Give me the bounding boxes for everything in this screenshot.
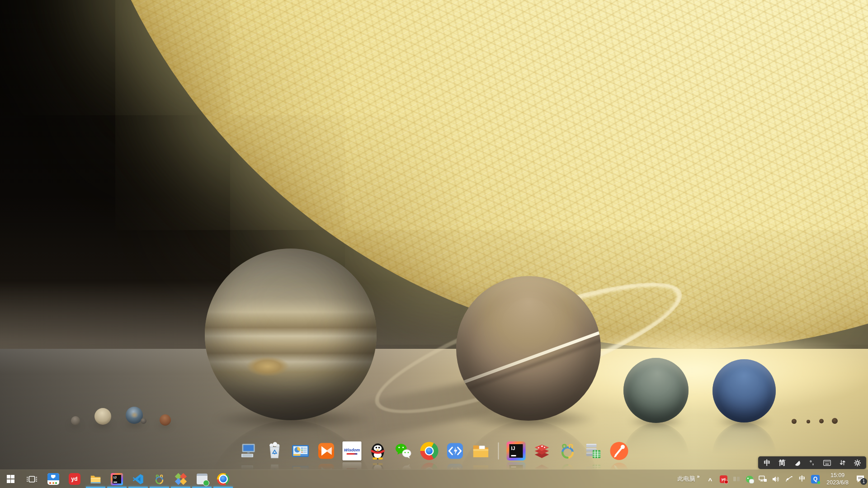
wechat-icon xyxy=(394,441,413,460)
dwarf-planet xyxy=(807,420,810,423)
speaker-icon xyxy=(772,476,780,483)
task-view-icon xyxy=(26,473,38,485)
taskbar-devtools-window[interactable] xyxy=(191,470,212,488)
dock-qq[interactable] xyxy=(368,441,388,461)
running-indicator xyxy=(150,487,169,488)
taskbar-youdao[interactable]: yd xyxy=(64,470,85,488)
start-button[interactable] xyxy=(0,470,21,488)
jupiter xyxy=(205,249,377,420)
taskbar-wps[interactable] xyxy=(170,470,191,488)
dock-wechat-devtools[interactable] xyxy=(445,441,465,461)
this-pc-toolbar[interactable]: 此电脑 » xyxy=(673,470,704,488)
ime-switch-icon[interactable] xyxy=(839,458,846,467)
intellij-idea-icon: IJ xyxy=(507,441,526,460)
pinwheel-app-icon xyxy=(175,473,187,485)
notification-badge: 1 xyxy=(860,478,867,485)
dock-dashboard-app[interactable] xyxy=(291,441,311,461)
dock-database-tool[interactable] xyxy=(584,441,604,461)
dwarf-planet xyxy=(819,419,824,423)
neptune xyxy=(712,359,776,422)
desktop: Wisdom xyxy=(0,0,868,488)
dock-redis[interactable] xyxy=(532,441,552,461)
dashboard-icon xyxy=(291,441,310,460)
ime-chinese-mode[interactable]: 中 xyxy=(764,458,771,467)
redis-icon xyxy=(533,441,552,460)
wisdom-label: Wisdom xyxy=(344,448,360,452)
dock-navicat[interactable] xyxy=(558,441,578,461)
dock-postman[interactable] xyxy=(609,441,629,461)
action-center-button[interactable]: 1 xyxy=(853,470,868,488)
moon xyxy=(141,418,146,424)
mars xyxy=(160,414,171,426)
taskbar-clock[interactable]: 15:09 2023/6/8 xyxy=(822,472,853,487)
taskbar-file-explorer[interactable] xyxy=(85,470,106,488)
taskbar-cloud-app[interactable] xyxy=(42,470,64,488)
wisdom-accent xyxy=(347,453,358,455)
this-pc-icon xyxy=(240,441,259,460)
running-indicator xyxy=(213,487,233,488)
ime-settings-gear-icon[interactable] xyxy=(854,458,861,467)
taskbar-vscode[interactable] xyxy=(127,470,149,488)
ime-halfwidth-moon-icon[interactable] xyxy=(793,458,801,467)
dock-recycle-bin[interactable] xyxy=(265,441,285,461)
dock-media-app[interactable] xyxy=(316,441,336,461)
ime-toolbar: 中 简 °, xyxy=(758,456,866,469)
postman-icon xyxy=(610,442,628,460)
task-view-button[interactable] xyxy=(21,470,42,488)
system-tray: 此电脑 » ^ yd xyxy=(673,470,868,488)
wechat-tray-icon xyxy=(746,476,753,483)
dock-wisdom-app[interactable]: Wisdom xyxy=(342,441,362,461)
taskbar: yd IJ xyxy=(0,469,868,488)
windows-logo-icon xyxy=(7,475,15,483)
running-indicator xyxy=(128,487,148,488)
tray-wechat[interactable] xyxy=(745,474,754,483)
database-icon xyxy=(584,441,603,460)
hidden-icons-chevron[interactable]: ^ xyxy=(704,477,717,484)
venus xyxy=(94,408,111,425)
media-app-icon xyxy=(317,441,336,460)
clock-date: 2023/6/8 xyxy=(826,479,849,486)
file-explorer-icon xyxy=(90,473,102,485)
dock-folder[interactable] xyxy=(471,441,491,461)
chrome-icon xyxy=(217,473,229,485)
tray-windows-ink[interactable] xyxy=(784,474,793,483)
dock-wechat[interactable] xyxy=(394,441,414,461)
dock-chrome[interactable] xyxy=(420,441,439,461)
tray-network[interactable] xyxy=(758,474,767,483)
faded-app-icon xyxy=(733,476,740,482)
tray-q-app[interactable]: Q xyxy=(811,474,820,483)
wechat-devtools-icon xyxy=(446,441,465,460)
window-chat-icon xyxy=(197,474,208,484)
tray-icons: yd xyxy=(716,474,822,483)
dwarf-planet xyxy=(792,419,797,424)
running-indicator xyxy=(86,487,105,488)
dock-this-pc[interactable] xyxy=(239,441,259,461)
vscode-icon xyxy=(132,473,144,485)
chrome-icon xyxy=(420,442,439,460)
navicat-icon xyxy=(558,441,577,460)
dock-intellij-idea[interactable]: IJ xyxy=(506,441,526,461)
ime-punctuation-mode[interactable]: °, xyxy=(808,458,816,467)
tray-inactive-app[interactable] xyxy=(732,474,741,483)
app-dock: Wisdom xyxy=(239,441,629,461)
tray-ime-indicator[interactable]: 中 xyxy=(797,474,807,483)
ethernet-icon xyxy=(759,475,767,483)
dwarf-planet xyxy=(832,418,838,424)
youdao-icon: yd xyxy=(69,473,80,485)
recycle-bin-icon xyxy=(265,441,284,460)
taskbar-navicat[interactable] xyxy=(149,470,170,488)
tray-volume[interactable] xyxy=(771,474,780,483)
tray-youdao[interactable]: yd xyxy=(719,474,728,483)
clock-time: 15:09 xyxy=(826,472,849,479)
uranus xyxy=(623,358,689,423)
taskbar-chrome[interactable] xyxy=(212,470,234,488)
ime-simplified-mode[interactable]: 简 xyxy=(778,458,786,467)
toolbar-overflow-chevron[interactable]: » xyxy=(697,474,699,479)
ime-soft-keyboard-icon[interactable] xyxy=(823,458,831,467)
running-indicator xyxy=(171,487,190,488)
taskbar-intellij-idea[interactable]: IJ xyxy=(106,470,127,488)
running-indicator xyxy=(192,487,212,488)
this-pc-toolbar-label: 此电脑 xyxy=(677,475,695,483)
running-indicator xyxy=(107,487,127,488)
folder-icon xyxy=(472,441,491,460)
